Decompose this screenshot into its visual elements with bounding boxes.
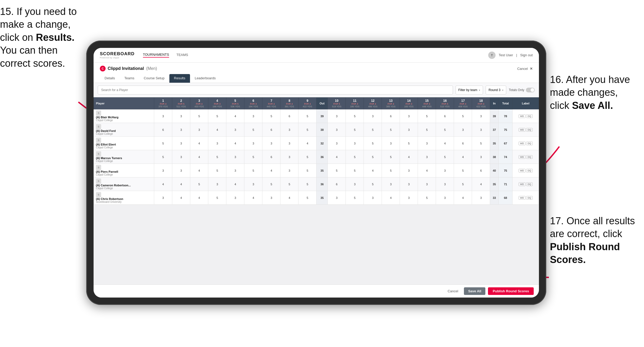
- total-score[interactable]: 75: [499, 164, 513, 177]
- nav-tournaments[interactable]: TOURNAMENTS: [143, 53, 169, 58]
- hole-score[interactable]: 4: [364, 164, 382, 177]
- hole-score[interactable]: 3: [328, 191, 346, 205]
- hole-score[interactable]: 3: [172, 150, 190, 164]
- hole-score[interactable]: 6: [280, 109, 298, 123]
- round-dropdown[interactable]: Round 3 ▾: [486, 86, 506, 94]
- hole-score[interactable]: 4: [472, 177, 490, 191]
- out-score[interactable]: 32: [317, 137, 328, 150]
- label-cell[interactable]: WDDQ: [513, 191, 539, 205]
- hole-score[interactable]: 3: [280, 164, 298, 177]
- tab-details[interactable]: Details: [100, 74, 120, 83]
- hole-score[interactable]: 5: [454, 164, 472, 177]
- hole-score[interactable]: 3: [244, 137, 262, 150]
- save-all-button[interactable]: Save All: [464, 287, 485, 295]
- hole-score[interactable]: 3: [262, 137, 280, 150]
- hole-score[interactable]: 3: [328, 137, 346, 150]
- hole-score[interactable]: 3: [382, 137, 400, 150]
- hole-score[interactable]: 3: [436, 191, 454, 205]
- hole-score[interactable]: 4: [454, 191, 472, 205]
- hole-score[interactable]: 3: [226, 150, 244, 164]
- hole-score[interactable]: 6: [382, 109, 400, 123]
- hole-score[interactable]: 4: [190, 150, 208, 164]
- hole-score[interactable]: 5: [208, 109, 226, 123]
- hole-score[interactable]: 3: [262, 191, 280, 205]
- in-score[interactable]: 37: [490, 123, 499, 137]
- label-button[interactable]: DQ: [526, 155, 533, 159]
- cancel-button[interactable]: Cancel: [445, 288, 461, 295]
- hole-score[interactable]: 5: [364, 137, 382, 150]
- hole-score[interactable]: 5: [400, 137, 418, 150]
- hole-score[interactable]: 3: [244, 109, 262, 123]
- total-score[interactable]: 71: [499, 177, 513, 191]
- hole-score[interactable]: 3: [418, 150, 436, 164]
- tab-teams[interactable]: Teams: [120, 74, 139, 83]
- hole-score[interactable]: 4: [208, 123, 226, 137]
- tab-results[interactable]: Results: [169, 74, 190, 83]
- hole-score[interactable]: 4: [190, 191, 208, 205]
- hole-score[interactable]: 5: [262, 109, 280, 123]
- hole-score[interactable]: 6: [262, 123, 280, 137]
- publish-round-scores-button[interactable]: Publish Round Scores: [488, 287, 534, 295]
- hole-score[interactable]: 3: [226, 123, 244, 137]
- hole-score[interactable]: 3: [400, 123, 418, 137]
- label-cell[interactable]: WDDQ: [513, 177, 539, 191]
- hole-score[interactable]: 5: [382, 164, 400, 177]
- hole-score[interactable]: 5: [364, 177, 382, 191]
- hole-score[interactable]: 3: [346, 177, 364, 191]
- hole-score[interactable]: 4: [226, 109, 244, 123]
- in-score[interactable]: 35: [490, 177, 499, 191]
- hole-score[interactable]: 5: [298, 177, 317, 191]
- hole-score[interactable]: 3: [472, 150, 490, 164]
- out-score[interactable]: 36: [317, 150, 328, 164]
- hole-score[interactable]: 4: [298, 137, 317, 150]
- total-score[interactable]: 75: [499, 123, 513, 137]
- hole-score[interactable]: 3: [472, 191, 490, 205]
- out-score[interactable]: 35: [317, 164, 328, 177]
- totals-toggle-switch[interactable]: [526, 88, 535, 92]
- hole-score[interactable]: 5: [262, 177, 280, 191]
- hole-score[interactable]: 5: [244, 123, 262, 137]
- hole-score[interactable]: 5: [208, 191, 226, 205]
- hole-score[interactable]: 5: [190, 109, 208, 123]
- hole-score[interactable]: 3: [454, 123, 472, 137]
- hole-score[interactable]: 3: [208, 137, 226, 150]
- label-cell[interactable]: WDDQ: [513, 109, 539, 123]
- out-score[interactable]: 36: [317, 177, 328, 191]
- label-button[interactable]: WD: [519, 114, 526, 118]
- hole-score[interactable]: 4: [226, 177, 244, 191]
- hole-score[interactable]: 3: [400, 191, 418, 205]
- out-score[interactable]: 39: [317, 109, 328, 123]
- hole-score[interactable]: 6: [436, 109, 454, 123]
- hole-score[interactable]: 3: [436, 177, 454, 191]
- hole-score[interactable]: 4: [382, 191, 400, 205]
- hole-score[interactable]: 5: [280, 177, 298, 191]
- label-button[interactable]: DQ: [526, 196, 533, 200]
- label-cell[interactable]: WDDQ: [513, 150, 539, 164]
- search-input[interactable]: [98, 86, 453, 94]
- hole-score[interactable]: 5: [346, 164, 364, 177]
- total-score[interactable]: 74: [499, 150, 513, 164]
- hole-score[interactable]: 5: [298, 150, 317, 164]
- label-button[interactable]: WD: [519, 196, 526, 200]
- hole-score[interactable]: 3: [208, 177, 226, 191]
- hole-score[interactable]: 6: [454, 137, 472, 150]
- hole-score[interactable]: 5: [298, 123, 317, 137]
- hole-score[interactable]: 3: [418, 177, 436, 191]
- label-button[interactable]: DQ: [526, 114, 533, 118]
- hole-score[interactable]: 6: [328, 177, 346, 191]
- hole-score[interactable]: 5: [346, 123, 364, 137]
- hole-score[interactable]: 3: [226, 164, 244, 177]
- hole-score[interactable]: 4: [226, 137, 244, 150]
- hole-score[interactable]: 5: [472, 137, 490, 150]
- hole-score[interactable]: 6: [472, 164, 490, 177]
- hole-score[interactable]: 3: [154, 109, 172, 123]
- hole-score[interactable]: 5: [346, 191, 364, 205]
- label-button[interactable]: DQ: [526, 169, 533, 172]
- hole-score[interactable]: 6: [262, 150, 280, 164]
- hole-score[interactable]: 3: [244, 177, 262, 191]
- hole-score[interactable]: 5: [418, 123, 436, 137]
- label-button[interactable]: WD: [519, 142, 526, 145]
- label-cell[interactable]: WDDQ: [513, 123, 539, 137]
- in-score[interactable]: 40: [490, 164, 499, 177]
- hole-score[interactable]: 3: [190, 123, 208, 137]
